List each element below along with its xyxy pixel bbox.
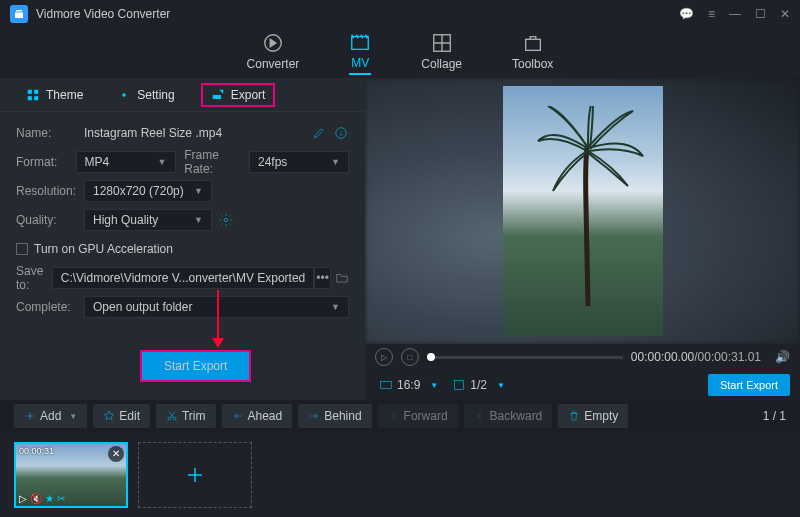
- svg-rect-6: [28, 96, 32, 100]
- app-title: Vidmore Video Converter: [36, 7, 170, 21]
- titlebar: Vidmore Video Converter 💬 ≡ — ☐ ✕: [0, 0, 800, 28]
- svg-rect-5: [34, 89, 38, 93]
- minimize-icon[interactable]: —: [729, 7, 741, 21]
- preview-panel: ▷ □ 00:00:00.00/00:00:31.01 🔊 16:9▼ 1/2▼…: [365, 78, 800, 400]
- svg-rect-14: [455, 380, 464, 389]
- main-area: Theme Setting Export Name: Instagram Ree…: [0, 78, 800, 400]
- close-icon[interactable]: ✕: [780, 7, 790, 21]
- tab-setting[interactable]: Setting: [109, 83, 182, 107]
- framerate-select[interactable]: 24fps▼: [249, 151, 349, 173]
- maximize-icon[interactable]: ☐: [755, 7, 766, 21]
- tab-export[interactable]: Export: [201, 83, 276, 107]
- svg-marker-12: [212, 338, 224, 348]
- top-nav: Converter MV Collage Toolbox: [0, 28, 800, 78]
- clip-thumbnail[interactable]: 00:00:31 ✕ ▷ 🔇 ★ ✂: [14, 442, 128, 508]
- svg-point-10: [224, 218, 228, 222]
- preview-start-export-button[interactable]: Start Export: [708, 374, 790, 396]
- nav-converter[interactable]: Converter: [247, 32, 300, 74]
- thumb-duration: 00:00:31: [19, 446, 54, 456]
- saveto-label: Save to:: [16, 264, 52, 292]
- empty-button[interactable]: Empty: [558, 404, 628, 428]
- gpu-label: Turn on GPU Acceleration: [34, 242, 173, 256]
- video-content: [533, 106, 653, 306]
- ahead-button[interactable]: Ahead: [222, 404, 293, 428]
- video-preview[interactable]: [365, 78, 800, 344]
- action-bar: Add▼ Edit Trim Ahead Behind Forward Back…: [0, 400, 800, 432]
- trim-button[interactable]: Trim: [156, 404, 216, 428]
- saveto-path[interactable]: C:\Vidmore\Vidmore V...onverter\MV Expor…: [52, 267, 315, 289]
- svg-rect-3: [525, 39, 540, 50]
- start-export-button[interactable]: Start Export: [140, 350, 251, 382]
- progress-slider[interactable]: [427, 356, 623, 359]
- format-label: Format:: [16, 155, 76, 169]
- aspect-ratio-button[interactable]: 16:9▼: [375, 376, 442, 394]
- time-display: 00:00:00.00/00:00:31.01: [631, 350, 761, 364]
- thumb-play-icon[interactable]: ▷: [19, 493, 27, 504]
- quality-gear-icon[interactable]: [218, 212, 234, 228]
- resolution-select[interactable]: 1280x720 (720p)▼: [84, 180, 212, 202]
- thumb-mute-icon[interactable]: 🔇: [30, 493, 42, 504]
- thumb-trim-icon[interactable]: ✂: [57, 493, 65, 504]
- name-label: Name:: [16, 126, 84, 140]
- forward-button[interactable]: Forward: [378, 404, 458, 428]
- behind-button[interactable]: Behind: [298, 404, 371, 428]
- svg-point-8: [123, 93, 127, 97]
- backward-button[interactable]: Backward: [464, 404, 553, 428]
- info-icon[interactable]: [333, 125, 349, 141]
- thumbnail-strip: 00:00:31 ✕ ▷ 🔇 ★ ✂: [0, 432, 800, 517]
- chat-icon[interactable]: 💬: [679, 7, 694, 21]
- gpu-checkbox[interactable]: [16, 243, 28, 255]
- name-value: Instagram Reel Size .mp4: [84, 126, 305, 140]
- thumb-remove-icon[interactable]: ✕: [108, 446, 124, 462]
- complete-label: Complete:: [16, 300, 84, 314]
- resolution-label: Resolution:: [16, 184, 84, 198]
- menu-icon[interactable]: ≡: [708, 7, 715, 21]
- add-button[interactable]: Add▼: [14, 404, 87, 428]
- page-counter: 1 / 1: [763, 409, 786, 423]
- edit-button[interactable]: Edit: [93, 404, 150, 428]
- tab-theme[interactable]: Theme: [18, 83, 91, 107]
- export-panel: Theme Setting Export Name: Instagram Ree…: [0, 78, 365, 400]
- svg-rect-13: [381, 382, 392, 389]
- add-clip-button[interactable]: [138, 442, 252, 508]
- nav-mv[interactable]: MV: [349, 31, 371, 75]
- thumb-star-icon[interactable]: ★: [45, 493, 54, 504]
- open-folder-icon[interactable]: [335, 267, 349, 289]
- zoom-button[interactable]: 1/2▼: [448, 376, 509, 394]
- play-button[interactable]: ▷: [375, 348, 393, 366]
- volume-icon[interactable]: 🔊: [775, 350, 790, 364]
- nav-collage[interactable]: Collage: [421, 32, 462, 74]
- browse-button[interactable]: •••: [314, 267, 331, 289]
- quality-select[interactable]: High Quality▼: [84, 209, 212, 231]
- stop-button[interactable]: □: [401, 348, 419, 366]
- complete-select[interactable]: Open output folder▼: [84, 296, 349, 318]
- format-select[interactable]: MP4▼: [76, 151, 176, 173]
- app-logo: [10, 5, 28, 23]
- quality-label: Quality:: [16, 213, 84, 227]
- framerate-label: Frame Rate:: [184, 148, 249, 176]
- svg-rect-4: [28, 89, 32, 93]
- svg-rect-1: [352, 37, 369, 50]
- svg-rect-7: [34, 96, 38, 100]
- playback-controls: ▷ □ 00:00:00.00/00:00:31.01 🔊: [365, 344, 800, 370]
- edit-name-icon[interactable]: [311, 125, 327, 141]
- nav-toolbox[interactable]: Toolbox: [512, 32, 553, 74]
